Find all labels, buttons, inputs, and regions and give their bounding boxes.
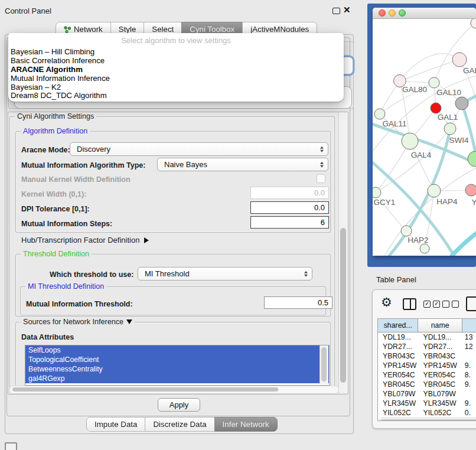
table-settings-gear-icon[interactable]: ⚙ [381,295,392,309]
table-cell[interactable]: YDR27... [419,342,462,351]
data-attribute-item[interactable]: TopologicalCoefficient [25,355,329,364]
data-attribute-item[interactable]: gal4RGexp [25,374,329,383]
table-cell[interactable]: YPR145W [419,361,462,370]
table-cell[interactable]: YDR27... [378,342,419,351]
network-canvas[interactable]: GALGAL80GAL10GAL1GAL11SWI4GAL4GCY1HAP4YH… [373,19,476,256]
settings-vertical-scrollbar[interactable] [338,112,348,393]
table-row[interactable]: YLR345WYLR345W9. [378,399,476,408]
table-row[interactable]: YDL19...YDL19...13 [378,332,476,342]
algorithm-option[interactable]: Mutual Information Inference [8,74,344,83]
table-cell[interactable]: 9. [462,399,476,408]
network-node-gal1[interactable] [431,103,441,113]
expanded-arrow-icon[interactable] [126,319,132,324]
network-edge[interactable] [452,231,476,256]
split-columns-icon[interactable] [403,298,416,310]
algorithm-option[interactable]: Basic Correlation Inference [8,57,344,66]
table-row[interactable]: YIL052CYIL052C0. [378,408,476,415]
network-edge[interactable] [376,141,410,193]
table-row[interactable]: YBR043CYBR043C [378,351,476,361]
minimize-window-icon[interactable] [389,9,396,17]
close-panel-icon[interactable]: ✕ [343,5,351,15]
table-cell[interactable]: YBR043C [419,351,462,361]
tab-discretize-data[interactable]: Discretize Data [145,417,214,432]
table-cell[interactable]: YER054C [419,370,462,380]
network-node-hap4[interactable] [428,184,441,197]
table-cell[interactable]: 13 [462,332,476,342]
network-node-y[interactable] [465,184,476,196]
algorithm-option[interactable]: Bayesian – K2 [8,83,344,92]
table-cell[interactable]: YER054C [378,370,419,380]
tab-infer-network[interactable]: Infer Network [214,417,278,432]
mi-steps-field[interactable]: 6 [250,216,329,229]
table-cell[interactable] [462,351,476,361]
table-cell[interactable]: 9. [462,380,476,389]
settings-horizontal-scrollbar[interactable] [9,386,339,394]
network-edge[interactable] [462,103,476,158]
data-attribute-item[interactable]: BetweennessCentrality [25,364,329,374]
table-cell[interactable]: YBR043C [378,351,419,361]
table-cell[interactable]: YBR045C [378,380,419,389]
mi-threshold-field[interactable]: 0.5 [264,296,332,309]
table-column-header[interactable] [462,319,476,332]
table-cell[interactable]: 12 [462,342,476,351]
zoom-window-icon[interactable] [399,9,406,17]
table-row[interactable]: YBR045CYBR045C9. [378,380,476,389]
hub-definition-section[interactable]: Hub/Transcription Factor Definition [21,236,149,244]
table-column-header[interactable]: shared... [378,319,418,332]
algorithm-option[interactable]: Dream8 DC_TDC Algorithm [8,92,344,100]
network-node-swi4[interactable] [444,123,456,135]
dpi-tolerance-field[interactable]: 0.0 [250,201,329,214]
manual-kernel-checkbox[interactable] [317,174,325,183]
select-all-columns-icon[interactable]: ✓✓ [423,301,440,308]
algorithm-option[interactable]: ARACNE Algorithm [8,66,344,74]
table-cell[interactable]: YIL052C [378,408,419,415]
apply-button[interactable]: Apply [158,398,200,412]
close-window-icon[interactable] [379,9,386,17]
table-function-icon[interactable] [466,296,476,311]
table-row[interactable]: YBL079WYBL079W [378,389,476,399]
network-node-gal10[interactable] [429,77,439,88]
settings-scroll-thumb[interactable] [340,228,346,383]
float-panel-icon[interactable] [332,8,340,14]
docked-panel-icon[interactable] [5,442,17,450]
table-cell[interactable] [462,389,476,399]
table-cell[interactable]: 0. [462,408,476,415]
network-edge[interactable] [400,54,459,81]
network-window-titlebar[interactable] [373,8,476,19]
table-row[interactable]: YDR27...YDR27...12 [378,342,476,351]
table-column-header[interactable]: name [418,319,462,332]
network-node-gcy1[interactable] [373,187,381,198]
network-node[interactable] [455,97,468,110]
table-row[interactable]: YER054CYER054C8. [378,370,476,380]
table-cell[interactable]: YPR145W [378,361,419,370]
table-cell[interactable]: YIL052C [419,408,462,415]
data-attribute-item[interactable]: SelfLoops [25,345,329,355]
deselect-all-columns-icon[interactable] [442,301,459,308]
network-node-hap2[interactable] [401,226,412,236]
kernel-width-field[interactable]: 0.0 [250,187,329,199]
table-hscroll-thumb[interactable] [381,419,476,421]
algorithm-option[interactable]: Bayesian – Hill Climbing [8,48,344,57]
network-node[interactable] [420,244,429,253]
table-row[interactable]: YPR145WYPR145W9. [378,361,476,370]
collapsed-arrow-icon[interactable] [144,237,149,243]
table-cell[interactable]: YBR045C [419,380,462,389]
table-cell[interactable]: YLR345W [419,399,462,408]
table-cell[interactable]: 9. [462,361,476,370]
table-cell[interactable]: YLR345W [378,399,419,408]
which-threshold-combo[interactable]: MI Threshold [138,267,312,281]
attributes-list-scrollbar[interactable] [319,345,328,384]
network-node-gal4[interactable] [402,133,418,149]
table-cell[interactable]: 8. [462,370,476,380]
aracne-mode-combo[interactable]: Discovery [70,142,328,156]
settings-hscroll-thumb[interactable] [12,387,278,392]
network-node[interactable] [468,151,476,167]
mi-type-combo[interactable]: Naive Bayes [157,158,328,171]
table-cell[interactable]: YDL19... [419,332,462,342]
tab-impute-data[interactable]: Impute Data [86,417,145,432]
table-cell[interactable]: YBL079W [378,389,419,399]
table-cell[interactable]: YBL079W [419,389,462,399]
network-node-gal[interactable] [452,53,467,67]
attributes-scroll-thumb[interactable] [321,347,327,381]
table-cell[interactable]: YDL19... [378,332,419,342]
